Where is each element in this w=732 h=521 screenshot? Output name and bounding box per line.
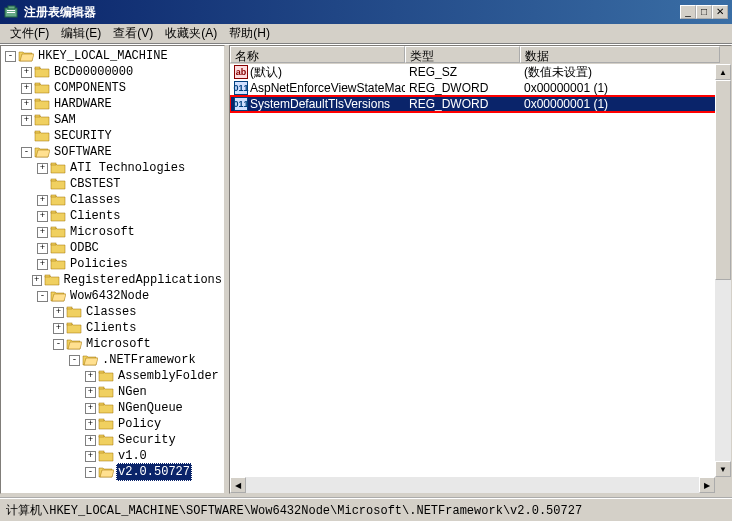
scroll-down-button[interactable]: ▼	[715, 461, 731, 477]
scroll-up-button[interactable]: ▲	[715, 64, 731, 80]
tree-item[interactable]: -HKEY_LOCAL_MACHINE	[1, 48, 224, 64]
tree-toggle-icon[interactable]: +	[37, 211, 48, 222]
statusbar: 计算机\HKEY_LOCAL_MACHINE\SOFTWARE\Wow6432N…	[0, 497, 732, 521]
tree-item[interactable]: +NGenQueue	[1, 400, 224, 416]
tree-toggle-icon[interactable]: +	[37, 259, 48, 270]
tree-toggle-icon[interactable]: +	[21, 67, 32, 78]
list-row[interactable]: 011AspNetEnforceViewStateMacREG_DWORD0x0…	[230, 80, 731, 96]
tree-toggle-icon[interactable]: +	[21, 115, 32, 126]
value-type: REG_DWORD	[405, 81, 520, 95]
folder-icon	[50, 177, 66, 191]
tree-item[interactable]: -.NETFramework	[1, 352, 224, 368]
tree-item[interactable]: +Policy	[1, 416, 224, 432]
tree-toggle-icon[interactable]: +	[21, 99, 32, 110]
tree-item[interactable]: -SOFTWARE	[1, 144, 224, 160]
regvalue-icon: 011	[234, 81, 248, 95]
close-button[interactable]: ✕	[712, 5, 728, 19]
column-header-name[interactable]: 名称	[230, 46, 405, 63]
folder-icon	[66, 337, 82, 351]
tree-item-label: COMPONENTS	[52, 80, 128, 96]
folder-icon	[50, 161, 66, 175]
tree-item[interactable]: +Security	[1, 432, 224, 448]
svg-rect-6	[35, 99, 40, 101]
tree-item[interactable]: +HARDWARE	[1, 96, 224, 112]
svg-rect-3	[7, 12, 15, 13]
scroll-thumb[interactable]	[715, 80, 731, 280]
svg-rect-23	[99, 435, 104, 437]
menu-view[interactable]: 查看(V)	[107, 23, 159, 44]
tree-item-label: RegisteredApplications	[62, 272, 224, 288]
tree-toggle-icon[interactable]: -	[5, 51, 16, 62]
tree-toggle-icon[interactable]: +	[85, 371, 96, 382]
tree-item-label: SOFTWARE	[52, 144, 114, 160]
column-header-data[interactable]: 数据	[520, 46, 720, 63]
folder-icon	[50, 193, 66, 207]
maximize-button[interactable]: □	[696, 5, 712, 19]
tree-item-label: SAM	[52, 112, 78, 128]
tree-item[interactable]: +RegisteredApplications	[1, 272, 224, 288]
tree-item[interactable]: SECURITY	[1, 128, 224, 144]
folder-icon	[44, 273, 60, 287]
tree-toggle-icon[interactable]: +	[53, 323, 64, 334]
tree-toggle-icon[interactable]: +	[53, 307, 64, 318]
tree-item[interactable]: CBSTEST	[1, 176, 224, 192]
tree-toggle-icon[interactable]: +	[85, 419, 96, 430]
tree-toggle-icon[interactable]: -	[69, 355, 80, 366]
tree-item[interactable]: +ODBC	[1, 240, 224, 256]
tree-toggle-icon[interactable]: -	[21, 147, 32, 158]
tree-item[interactable]: -Microsoft	[1, 336, 224, 352]
scroll-left-button[interactable]: ◀	[230, 477, 246, 493]
svg-rect-13	[51, 227, 56, 229]
tree-item[interactable]: +Classes	[1, 192, 224, 208]
tree-toggle-icon[interactable]: -	[37, 291, 48, 302]
tree-toggle-icon[interactable]: +	[21, 83, 32, 94]
tree-item[interactable]: +Clients	[1, 320, 224, 336]
tree-item-label: Microsoft	[68, 224, 137, 240]
folder-icon	[98, 433, 114, 447]
menu-favorites[interactable]: 收藏夹(A)	[159, 23, 223, 44]
svg-rect-9	[51, 163, 56, 165]
tree-item[interactable]: -Wow6432Node	[1, 288, 224, 304]
tree-toggle-icon[interactable]: -	[53, 339, 64, 350]
tree-toggle-icon[interactable]: +	[37, 195, 48, 206]
tree-toggle-icon[interactable]: -	[85, 467, 96, 478]
tree-item[interactable]: +COMPONENTS	[1, 80, 224, 96]
tree-item[interactable]: +BCD00000000	[1, 64, 224, 80]
tree-toggle-icon[interactable]: +	[85, 387, 96, 398]
list-row[interactable]: ab(默认)REG_SZ(数值未设置)	[230, 64, 731, 80]
tree-item[interactable]: -v2.0.50727	[1, 464, 224, 480]
tree-toggle-icon[interactable]: +	[37, 163, 48, 174]
tree-item[interactable]: +Classes	[1, 304, 224, 320]
menu-help[interactable]: 帮助(H)	[223, 23, 276, 44]
tree-item[interactable]: +Clients	[1, 208, 224, 224]
tree-toggle-icon[interactable]: +	[37, 227, 48, 238]
tree-item[interactable]: +Policies	[1, 256, 224, 272]
svg-rect-24	[99, 451, 104, 453]
menu-file[interactable]: 文件(F)	[4, 23, 55, 44]
tree-toggle-icon[interactable]: +	[85, 403, 96, 414]
scroll-right-button[interactable]: ▶	[699, 477, 715, 493]
tree-item-label: AssemblyFolder	[116, 368, 221, 384]
tree-item[interactable]: +v1.0	[1, 448, 224, 464]
folder-icon	[34, 145, 50, 159]
tree-toggle-icon[interactable]: +	[32, 275, 42, 286]
tree-item[interactable]: +SAM	[1, 112, 224, 128]
svg-rect-2	[7, 10, 15, 11]
tree-item[interactable]: +AssemblyFolder	[1, 368, 224, 384]
tree-item-label: Clients	[68, 208, 122, 224]
list-row[interactable]: 011SystemDefaultTlsVersionsREG_DWORD0x00…	[230, 96, 731, 112]
menu-edit[interactable]: 编辑(E)	[55, 23, 107, 44]
horizontal-scrollbar[interactable]: ◀ ▶	[230, 477, 715, 493]
column-header-type[interactable]: 类型	[405, 46, 520, 63]
minimize-button[interactable]: _	[680, 5, 696, 19]
app-icon	[4, 4, 20, 20]
tree-panel[interactable]: -HKEY_LOCAL_MACHINE+BCD00000000+COMPONEN…	[0, 45, 225, 494]
tree-toggle-icon[interactable]: +	[85, 435, 96, 446]
tree-toggle-icon[interactable]: +	[37, 243, 48, 254]
tree-toggle-icon[interactable]: +	[85, 451, 96, 462]
tree-item[interactable]: +NGen	[1, 384, 224, 400]
tree-item-label: NGen	[116, 384, 149, 400]
vertical-scrollbar[interactable]: ▲ ▼	[715, 64, 731, 477]
tree-item[interactable]: +ATI Technologies	[1, 160, 224, 176]
tree-item[interactable]: +Microsoft	[1, 224, 224, 240]
